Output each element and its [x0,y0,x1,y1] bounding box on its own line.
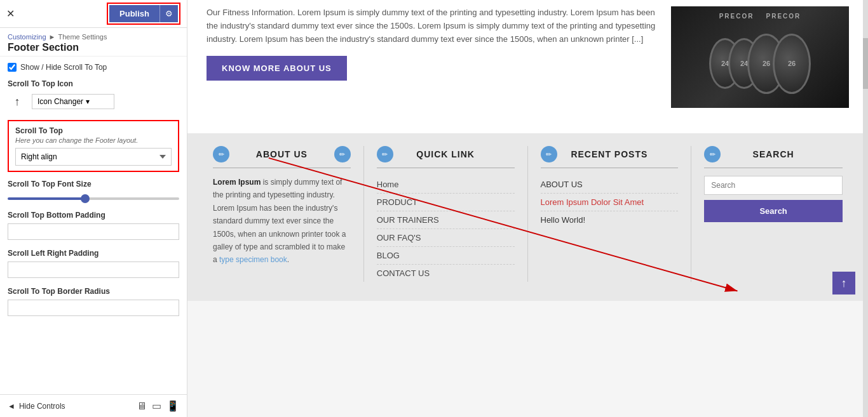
icon-changer-dropdown[interactable]: Icon Changer ▾ [32,94,114,109]
icon-changer-label: Icon Changer [37,97,83,106]
edit-quicklink-pencil[interactable]: ✏ [377,146,393,162]
weights-image: PRECOR PRECOR 24 24 26 26 [671,6,849,108]
post-2[interactable]: Lorem Ipsum Dolor Sit Amet [541,194,679,211]
footer-col-about: ✏ ABOUT US ✏ Lorem Ipsum is simply dummy… [200,146,364,282]
brand-label: PRECOR PRECOR [719,13,801,20]
align-select[interactable]: Right align Left align Center align [15,148,172,166]
type-link[interactable]: type specimen book [219,255,287,264]
footer-col-quicklink: ✏ QUICK LINK Home PRODUCT OUR TRAINERS O… [364,146,528,282]
footer-search-input[interactable] [704,176,843,195]
panel-content: Show / Hide Scroll To Top Scroll To Top … [0,56,187,394]
right-scrollbar[interactable] [863,0,868,417]
recent-posts-list: ABOUT US Lorem Ipsum Dolor Sit Amet Hell… [541,176,679,228]
breadcrumb: Customizing ► Theme Settings [8,33,179,41]
breadcrumb-theme-settings: Theme Settings [58,33,107,41]
top-bar: ✕ Publish ⚙ [0,0,187,28]
font-size-row: Scroll To Top Font Size [8,180,179,202]
about-image: PRECOR PRECOR 24 24 26 26 [671,6,849,108]
lr-padding-label: Scroll Left Right Padding [8,249,179,258]
scrollbar-thumb [863,38,868,89]
font-size-slider[interactable] [8,197,179,200]
post-title-3: Hello World! [541,215,586,225]
about-text-section: Our Fitness Information. Lorem Ipsum is … [187,0,868,121]
right-panel: Our Fitness Information. Lorem Ipsum is … [187,0,868,417]
content-area: Our Fitness Information. Lorem Ipsum is … [187,0,868,301]
post-3[interactable]: Hello World! [541,211,679,228]
scroll-icon-label: Scroll To Top Icon [8,79,179,88]
icon-changer-row: ↑ Icon Changer ▾ [8,92,179,111]
show-hide-label: Show / Hide Scroll To Top [20,63,107,72]
footer-grid: ✏ ABOUT US ✏ Lorem Ipsum is simply dummy… [187,146,868,282]
link-product[interactable]: PRODUCT [377,194,515,211]
border-radius-input[interactable] [8,300,179,316]
footer-search-button[interactable]: Search [704,200,843,222]
about-text: Our Fitness Information. Lorem Ipsum is … [207,6,658,108]
scroll-top-button[interactable]: ↑ [832,272,855,295]
edit-about-pencil-2[interactable]: ✏ [334,146,351,162]
footer-about-text: Lorem Ipsum is simply dummy text of the … [213,176,351,267]
hide-controls-btn[interactable]: ◄ Hide Controls [8,402,65,411]
breadcrumb-area: Customizing ► Theme Settings Footer Sect… [0,28,187,56]
post-1[interactable]: ABOUT US [541,176,679,194]
scroll-section-title: Scroll To Top [15,126,172,135]
left-panel: ✕ Publish ⚙ Customizing ► Theme Settings… [0,0,187,417]
link-faq[interactable]: OUR FAQ'S [377,229,515,247]
lr-padding-input[interactable] [8,261,179,278]
weight-plate-4: 26 [773,34,811,94]
know-more-button[interactable]: KNOW MORE ABOUT US [207,56,347,81]
tablet-icon[interactable]: ▭ [152,400,161,412]
footer-col-quicklink-header: ✏ QUICK LINK [377,146,515,168]
footer-col-search-header: ✏ SEARCH [704,146,843,168]
lorem-bold: Lorem Ipsum [213,178,261,187]
border-radius-label: Scroll To Top Border Radius [8,287,179,296]
breadcrumb-separator: ► [49,33,56,41]
footer-col-posts-header: ✏ RECENT POSTS [541,146,679,168]
footer-col-quicklink-title: QUICK LINK [416,149,475,159]
font-size-label: Scroll To Top Font Size [8,180,179,189]
edit-posts-pencil[interactable]: ✏ [541,146,557,162]
footer-col-posts-title: RECENT POSTS [571,149,648,159]
footer-section: ✏ ABOUT US ✏ Lorem Ipsum is simply dummy… [187,133,868,301]
publish-area: Publish ⚙ [107,3,180,25]
bottom-padding-label: Scroll Top Bottom Padding [8,211,179,220]
footer-col-about-title: ABOUT US [256,149,308,159]
arrow-up-icon: ↑ [8,92,27,111]
link-trainers[interactable]: OUR TRAINERS [377,211,515,229]
chevron-left-icon: ◄ [8,402,15,411]
post-title-2: Lorem Ipsum Dolor Sit Amet [541,197,644,207]
gear-button[interactable]: ⚙ [159,5,178,22]
chevron-down-icon: ▾ [86,97,90,106]
section-title: Footer Section [8,42,179,53]
edit-search-pencil[interactable]: ✏ [704,146,721,162]
publish-button[interactable]: Publish [109,5,159,22]
edit-about-pencil[interactable]: ✏ [213,146,229,162]
bottom-bar: ◄ Hide Controls 🖥 ▭ 📱 [0,394,187,417]
breadcrumb-customizing[interactable]: Customizing [8,33,46,41]
link-home[interactable]: Home [377,176,515,194]
mobile-icon[interactable]: 📱 [166,400,179,412]
footer-col-search-title: SEARCH [753,149,794,159]
desktop-icon[interactable]: 🖥 [137,400,147,412]
post-title-1: ABOUT US [541,180,583,189]
scroll-section-desc: Here you can change the Footer layout. [15,136,172,144]
close-button[interactable]: ✕ [6,8,15,20]
footer-col-about-header: ✏ ABOUT US ✏ [213,146,351,168]
scroll-to-top-section: Scroll To Top Here you can change the Fo… [8,120,179,172]
link-contact[interactable]: CONTACT US [377,265,515,282]
show-hide-checkbox[interactable] [8,63,17,72]
footer-col-search: ✏ SEARCH Search [691,146,855,282]
show-hide-row: Show / Hide Scroll To Top [8,63,179,72]
link-blog[interactable]: BLOG [377,247,515,265]
bottom-padding-input[interactable] [8,223,179,240]
about-paragraph: Our Fitness Information. Lorem Ipsum is … [207,6,658,46]
hide-controls-label: Hide Controls [19,402,65,411]
lorem-text: is simply dummy text of the printing and… [213,178,346,264]
footer-quick-links: Home PRODUCT OUR TRAINERS OUR FAQ'S BLOG… [377,176,515,282]
device-icons: 🖥 ▭ 📱 [137,400,179,412]
footer-col-posts: ✏ RECENT POSTS ABOUT US Lorem Ipsum Dolo… [528,146,692,282]
